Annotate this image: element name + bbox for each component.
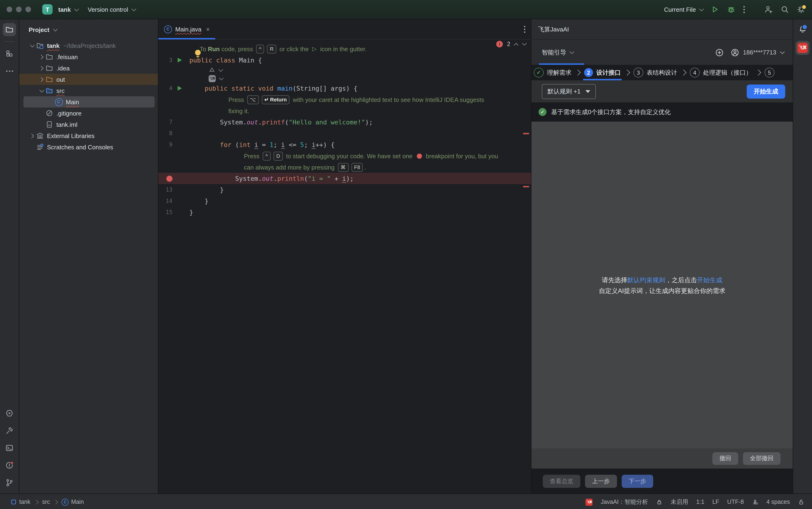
chevron-right-icon[interactable] — [28, 134, 35, 137]
chevron-down-icon[interactable] — [37, 89, 45, 92]
feisuan-badge-icon[interactable]: 飞算 — [586, 499, 593, 506]
status-item[interactable]: LF — [712, 499, 719, 505]
code-line[interactable]: 15} — [158, 207, 531, 218]
tree-item-main[interactable]: CMain — [19, 96, 158, 107]
project-panel-header[interactable]: Project — [19, 19, 158, 40]
vcs-menu[interactable]: Version control — [88, 6, 135, 13]
window-zoom-button[interactable] — [25, 7, 31, 12]
next-step-button[interactable]: 下一步 — [621, 475, 653, 488]
code-with-me-icon[interactable] — [764, 5, 773, 13]
tree-item-tank-iml[interactable]: tank.iml — [19, 119, 158, 130]
error-stripe-mark[interactable] — [523, 186, 529, 188]
status-unlock-icon[interactable] — [798, 499, 805, 505]
status-item[interactable]: JavaAI：智能分析 — [601, 498, 648, 506]
status-lock-icon[interactable] — [656, 499, 662, 505]
more-toolwindows-icon[interactable] — [3, 64, 16, 77]
terminal-toolwindow-icon[interactable] — [3, 441, 16, 454]
problems-toolwindow-icon[interactable] — [3, 459, 16, 472]
close-tab-icon[interactable]: × — [206, 26, 209, 33]
run-gutter-icon[interactable] — [172, 58, 187, 63]
rules-dropdown[interactable]: 默认规则 +1 — [542, 84, 596, 99]
feisuan-plugin-icon[interactable]: 飞算 — [795, 41, 810, 55]
chevron-down-icon[interactable] — [219, 75, 224, 80]
tree-item-out[interactable]: out — [19, 74, 158, 85]
hint-link[interactable]: 默认约束规则 — [627, 277, 665, 283]
code-content: System.out.println("i = " + i); — [187, 175, 354, 182]
status-inspections-icon[interactable] — [752, 499, 758, 505]
status-item[interactable]: UTF-8 — [727, 499, 744, 505]
status-item[interactable]: 未启用 — [671, 498, 688, 506]
code-line[interactable]: 3public class Main { — [158, 55, 531, 66]
breadcrumb-tank[interactable]: tank — [10, 499, 30, 505]
code-line[interactable]: 7 System.out.printf("Hello and welcome!"… — [158, 116, 531, 128]
tree-item-idea[interactable]: .idea — [19, 63, 158, 74]
code-line[interactable]: 9 for (int i = 1; i <= 5; i++) { — [158, 139, 531, 150]
wizard-step-5[interactable]: 5 — [764, 65, 775, 80]
editor-tab-main-java[interactable]: C Main.java × — [158, 19, 215, 39]
modules-toolwindow-icon[interactable] — [3, 47, 16, 60]
services-toolwindow-icon[interactable] — [3, 407, 16, 420]
add-icon[interactable] — [715, 48, 724, 57]
tree-item-external-libraries[interactable]: External Libraries — [19, 130, 158, 141]
code-line[interactable]: 4 public static void main(String[] args)… — [158, 82, 531, 94]
user-avatar-icon — [731, 48, 739, 57]
generate-button[interactable]: 开始生成 — [747, 84, 785, 98]
inspections-widget[interactable]: ! 2 — [496, 41, 525, 47]
wizard-step-3[interactable]: 3表结构设计 — [632, 65, 678, 80]
account-menu[interactable]: 186****7713 — [731, 48, 783, 57]
run-gutter-icon[interactable] — [172, 86, 187, 91]
debug-icon[interactable] — [727, 5, 736, 13]
build-toolwindow-icon[interactable] — [3, 424, 16, 437]
chevron-right-icon[interactable] — [37, 66, 45, 70]
hint-link[interactable]: 开始生成 — [697, 277, 722, 283]
chevron-right-icon[interactable] — [37, 78, 45, 81]
more-actions-icon[interactable] — [743, 5, 745, 13]
tree-item-feisuan[interactable]: .feisuan — [19, 51, 158, 63]
wizard-step-2[interactable]: 2设计接口 — [583, 65, 622, 80]
tab-smart-guide-label: 智能引导 — [542, 48, 566, 57]
wizard-step-4[interactable]: 4处理逻辑（接口） — [689, 65, 753, 80]
settings-gear-icon[interactable] — [797, 5, 805, 13]
code-line[interactable]: System.out.println("i = " + i); — [158, 173, 531, 184]
intention-bulb-icon[interactable] — [195, 50, 201, 56]
undo-all-button[interactable]: 全部撤回 — [743, 452, 781, 465]
editor-options-icon[interactable] — [524, 25, 525, 33]
notifications-bell-icon[interactable] — [799, 25, 807, 33]
breadcrumb-src[interactable]: src — [42, 499, 50, 505]
hint-row: fixing it. — [158, 105, 531, 116]
tree-item-src[interactable]: src — [19, 85, 158, 96]
tree-item-scratches-and-consoles[interactable]: Scratches and Consoles — [19, 141, 158, 152]
error-stripe-mark[interactable] — [523, 133, 529, 134]
project-toolwindow-icon[interactable] — [3, 23, 16, 36]
feisuan-inlay-icon[interactable]: 飞算 — [208, 75, 216, 82]
window-close-button[interactable] — [7, 7, 12, 12]
search-icon[interactable] — [781, 5, 789, 13]
prev-error-icon[interactable] — [514, 43, 519, 47]
chevron-down-icon[interactable] — [219, 67, 223, 72]
breakpoint-icon[interactable] — [166, 175, 172, 181]
tree-item-gitignore[interactable]: .gitignore — [19, 107, 158, 119]
run-icon[interactable] — [711, 5, 719, 13]
inlay-row[interactable]: 飞算 — [158, 74, 531, 82]
code-line[interactable]: 8 — [158, 128, 531, 139]
git-toolwindow-icon[interactable] — [3, 476, 16, 489]
window-minimize-button[interactable] — [16, 7, 22, 12]
undo-button[interactable]: 撤回 — [712, 452, 738, 465]
wizard-step-1[interactable]: ✓理解需求 — [533, 65, 572, 80]
view-overview-button[interactable]: 查看总览 — [543, 475, 580, 488]
tree-item-tank[interactable]: tank~/IdeaProjects/tank — [19, 40, 158, 51]
prev-step-button[interactable]: 上一步 — [585, 475, 617, 488]
project-switcher[interactable]: tank — [58, 6, 77, 13]
code-line[interactable]: 14 } — [158, 195, 531, 207]
code-line[interactable]: 13 } — [158, 184, 531, 195]
status-item[interactable]: 4 spaces — [767, 499, 790, 505]
tab-smart-guide[interactable]: 智能引导 — [535, 40, 577, 65]
chevron-right-icon[interactable] — [37, 55, 45, 59]
breadcrumb-main[interactable]: CMain — [62, 499, 84, 506]
inlay-row[interactable] — [158, 66, 531, 74]
chevron-down-icon[interactable] — [28, 44, 35, 47]
undo-toolbar: 撤回 全部撤回 — [531, 448, 793, 469]
run-config-selector[interactable]: Current File — [664, 6, 703, 13]
status-item[interactable]: 1:1 — [696, 499, 704, 505]
code-area[interactable]: To Run code, press ^R or click the ▷ ico… — [158, 39, 531, 494]
